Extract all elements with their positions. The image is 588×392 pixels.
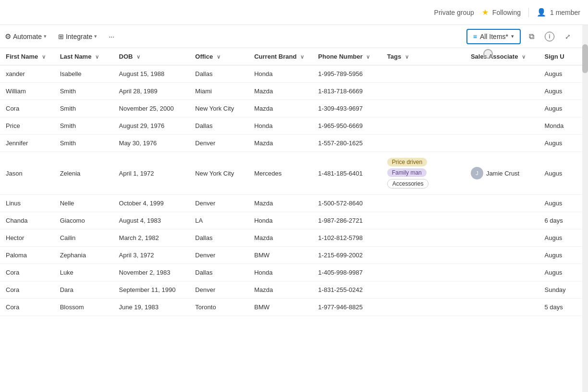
cell-sales: [465, 83, 539, 100]
cell-lastname: Luke: [54, 264, 113, 281]
cell-firstname: Cora: [0, 299, 54, 316]
cell-phone: 1-405-998-9987: [312, 264, 381, 281]
table-row: WilliamSmithApril 28, 1989MiamiMazda1-81…: [0, 83, 588, 100]
sales-name: Jamie Crust: [486, 170, 519, 177]
scrollbar-thumb[interactable]: [582, 44, 588, 73]
private-group-section: Private group: [434, 9, 474, 16]
table-row: CoraLukeNovember 2, 1983DallasHonda1-405…: [0, 264, 588, 281]
cell-dob: October 4, 1999: [113, 195, 190, 212]
col-header-sign[interactable]: Sign U: [539, 48, 588, 65]
col-header-lastname[interactable]: Last Name ∨: [54, 48, 113, 65]
integrate-chevron-icon: ▾: [94, 33, 97, 39]
col-header-firstname[interactable]: First Name ∨: [0, 48, 54, 65]
data-table: First Name ∨ Last Name ∨ DOB ∨ Office ∨ …: [0, 48, 588, 316]
col-header-brand[interactable]: Current Brand ∨: [248, 48, 312, 65]
cell-dob: August 4, 1983: [113, 212, 190, 229]
col-header-dob[interactable]: DOB ∨: [113, 48, 190, 65]
automate-icon: ⚙: [5, 32, 11, 41]
star-icon: ★: [482, 8, 489, 17]
view-chevron-icon: ▾: [511, 33, 514, 39]
cell-dob: September 11, 1990: [113, 281, 190, 299]
cell-sign: Augus: [539, 135, 588, 152]
automate-button[interactable]: ⚙ Automate ▾: [0, 29, 51, 44]
cell-sales: [465, 281, 539, 299]
col-header-sales[interactable]: Sales Associate ∨: [465, 48, 539, 65]
cell-dob: May 30, 1976: [113, 135, 190, 152]
cell-phone: 1-557-280-1625: [312, 135, 381, 152]
cell-sign: Augus: [539, 195, 588, 212]
cell-sales: [465, 299, 539, 316]
col-header-phone[interactable]: Phone Number ∨: [312, 48, 381, 65]
cell-lastname: Zephania: [54, 247, 113, 264]
integrate-icon: ⊞: [58, 33, 64, 40]
cell-tags: [381, 212, 465, 229]
cell-lastname: Giacomo: [54, 212, 113, 229]
automate-label: Automate: [13, 33, 42, 40]
automate-chevron-icon: ▾: [44, 33, 47, 39]
following-label: Following: [492, 9, 521, 16]
more-button[interactable]: ···: [104, 30, 119, 43]
cell-sign: Sunday: [539, 281, 588, 299]
sort-icon-brand: ∨: [300, 54, 304, 60]
cell-phone: 1-831-255-0242: [312, 281, 381, 299]
main-scrollbar[interactable]: [582, 25, 588, 392]
info-button[interactable]: i: [542, 29, 557, 44]
expand-button[interactable]: ⤢: [560, 29, 576, 44]
cell-lastname: Blossom: [54, 299, 113, 316]
cell-tags: [381, 100, 465, 117]
cell-firstname: William: [0, 83, 54, 100]
tag-badge: Accessories: [387, 179, 429, 189]
cell-phone: 1-481-185-6401: [312, 152, 381, 195]
view-selector[interactable]: ≡ All Items* ▾: [466, 29, 521, 44]
cell-sales: [465, 135, 539, 152]
sort-icon-sales: ∨: [522, 54, 526, 60]
cell-sales: [465, 212, 539, 229]
top-bar-divider: [528, 8, 529, 17]
sort-icon-tags: ∨: [405, 54, 409, 60]
cell-sign: Monda: [539, 117, 588, 135]
cell-brand: Mazda: [248, 100, 312, 117]
cell-tags: [381, 135, 465, 152]
sort-icon-dob: ∨: [136, 54, 140, 60]
cell-firstname: Linus: [0, 195, 54, 212]
cell-office: Denver: [189, 247, 248, 264]
tag-badge: Price driven: [387, 158, 427, 166]
cell-sales: [465, 100, 539, 117]
avatar: J: [471, 167, 483, 179]
cell-tags: [381, 83, 465, 100]
following-section[interactable]: ★ Following: [482, 8, 521, 17]
cell-dob: November 25, 2000: [113, 100, 190, 117]
cell-sign: Augus: [539, 83, 588, 100]
table-header-row: First Name ∨ Last Name ∨ DOB ∨ Office ∨ …: [0, 48, 588, 65]
table-row: HectorCailinMarch 2, 1982DallasMazda1-10…: [0, 229, 588, 247]
cell-office: Denver: [189, 281, 248, 299]
private-group-label: Private group: [434, 9, 474, 16]
table-row: ChandaGiacomoAugust 4, 1983LAHonda1-987-…: [0, 212, 588, 229]
cell-brand: Honda: [248, 264, 312, 281]
integrate-button[interactable]: ⊞ Integrate ▾: [53, 30, 102, 43]
cell-office: Dallas: [189, 117, 248, 135]
cell-tags: [381, 299, 465, 316]
cell-tags: [381, 117, 465, 135]
col-header-office[interactable]: Office ∨: [189, 48, 248, 65]
table-container: First Name ∨ Last Name ∨ DOB ∨ Office ∨ …: [0, 48, 588, 392]
cell-tags: [381, 264, 465, 281]
cell-brand: Honda: [248, 117, 312, 135]
cell-lastname: Smith: [54, 135, 113, 152]
table-row: CoraBlossomJune 19, 1983TorontoBMW1-977-…: [0, 299, 588, 316]
filter-button[interactable]: ⧉: [524, 29, 539, 44]
cell-office: Dallas: [189, 264, 248, 281]
cell-sign: Augus: [539, 152, 588, 195]
col-header-tags[interactable]: Tags ∨: [381, 48, 465, 65]
cell-office: LA: [189, 212, 248, 229]
cell-lastname: Smith: [54, 117, 113, 135]
cell-sales: [465, 264, 539, 281]
cell-office: Toronto: [189, 299, 248, 316]
cell-firstname: Price: [0, 117, 54, 135]
cell-lastname: Nelle: [54, 195, 113, 212]
cell-sales: [465, 229, 539, 247]
view-lines-icon: ≡: [473, 33, 477, 40]
cell-sales: [465, 195, 539, 212]
table-row: xanderIsabelleAugust 15, 1988DallasHonda…: [0, 65, 588, 83]
cell-brand: Mazda: [248, 135, 312, 152]
